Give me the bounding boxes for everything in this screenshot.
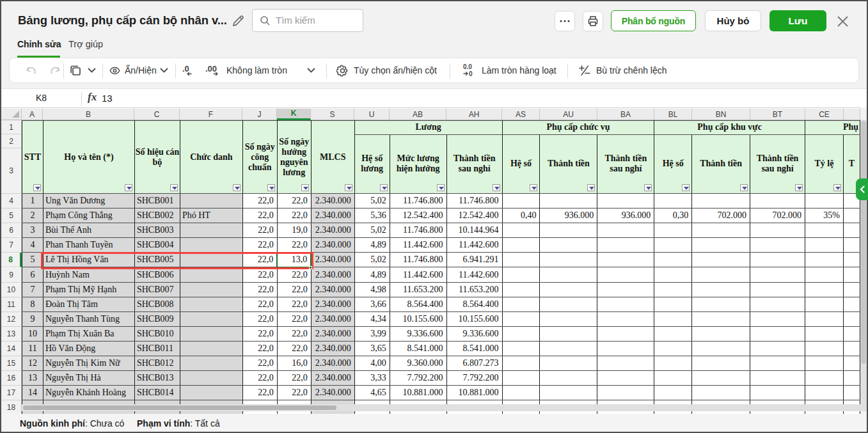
svg-text:.00: .00 [205,64,217,74]
svg-text:0.0: 0.0 [463,63,472,70]
svg-text:.0: .0 [182,64,189,74]
svg-text:0: 0 [469,70,473,77]
